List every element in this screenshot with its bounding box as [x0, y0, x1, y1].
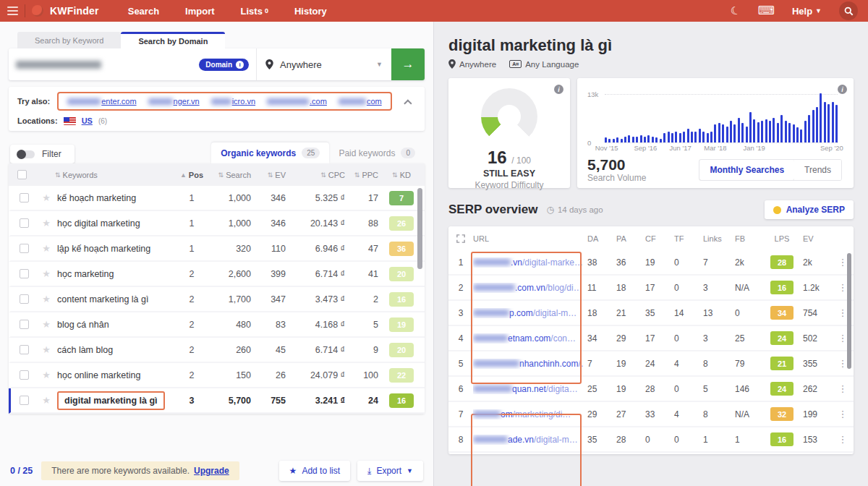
brand-name[interactable]: KWFinder [50, 5, 99, 17]
row-checkbox[interactable] [20, 396, 29, 405]
keyboard-shortcuts-icon[interactable]: ⌨ [758, 5, 775, 17]
kd-badge[interactable]: 26 [389, 216, 414, 231]
col-tf[interactable]: TF [670, 234, 699, 243]
info-icon[interactable]: i [838, 85, 847, 94]
keyword-row[interactable]: ★digital marketing là gì35,7007553.241 ₫… [9, 388, 425, 414]
lps-badge[interactable]: 34 [770, 306, 793, 320]
keyword-row[interactable]: ★blog cá nhân2480834.168 ₫519 [9, 312, 425, 338]
keyword-row[interactable]: ★kế hoạch marketing11,0003465.325 ₫177 [9, 186, 425, 211]
lps-badge[interactable]: 24 [770, 382, 793, 396]
url-cell[interactable]: p.com/digital-m… [473, 308, 583, 318]
col-url[interactable]: URL [473, 234, 583, 243]
url-cell[interactable]: om/marketing/di… [473, 409, 583, 419]
kwfinder-logo-icon[interactable] [32, 5, 43, 17]
lps-badge[interactable]: 24 [770, 331, 793, 345]
lps-badge[interactable]: 16 [770, 432, 793, 446]
favorite-star-icon[interactable]: ★ [42, 319, 51, 330]
trends-tab[interactable]: Trends [794, 160, 841, 180]
favorite-star-icon[interactable]: ★ [42, 268, 51, 279]
try-also-link[interactable]: com [339, 97, 382, 106]
kd-badge[interactable]: 20 [389, 267, 414, 281]
favorite-star-icon[interactable]: ★ [42, 294, 51, 304]
help-menu[interactable]: Help▼ [792, 6, 822, 17]
keyword-cell[interactable]: học digital marketing [56, 218, 177, 229]
lps-badge[interactable]: 16 [770, 281, 793, 294]
row-checkbox[interactable] [20, 370, 29, 380]
row-menu-icon[interactable]: ⋮ [833, 409, 852, 419]
keyword-cell[interactable]: học marketing [56, 269, 177, 279]
keyword-row[interactable]: ★học marketing22,6003996.714 ₫4120 [9, 262, 425, 287]
row-checkbox[interactable] [20, 193, 29, 202]
find-keywords-button[interactable]: → [391, 48, 425, 80]
filter-toggle-button[interactable]: Filter [10, 145, 75, 163]
monthly-searches-tab[interactable]: Monthly Searches [699, 160, 794, 180]
serp-row[interactable]: 3p.com/digital-m…1821351413034754⋮ [448, 301, 854, 326]
kd-badge[interactable]: 20 [389, 343, 414, 357]
keyword-cell[interactable]: lập kế hoạch marketing [56, 244, 177, 254]
add-to-list-button[interactable]: ★Add to list [279, 461, 350, 481]
kd-badge[interactable]: 22 [389, 368, 414, 383]
keywords-scrollbar[interactable] [417, 188, 422, 269]
col-pa[interactable]: PA [612, 234, 641, 243]
col-da[interactable]: DA [583, 234, 612, 243]
col-lps[interactable]: LPS [764, 234, 800, 243]
tab-organic-keywords[interactable]: Organic keywords25 [211, 142, 329, 163]
favorite-star-icon[interactable]: ★ [42, 344, 51, 355]
domain-input[interactable]: Domaini [9, 48, 257, 80]
nav-item-history[interactable]: History [281, 0, 340, 22]
col-links[interactable]: Links [699, 234, 732, 243]
nav-item-import[interactable]: Import [172, 0, 227, 22]
serp-row[interactable]: 8ade.vn/digital-m…3528001116153⋮ [448, 427, 854, 453]
locations-country-link[interactable]: US [82, 116, 93, 125]
url-cell[interactable]: ade.vn/digital-m… [473, 435, 583, 445]
keyword-row[interactable]: ★học online marketing21502624.079 ₫10022 [9, 363, 425, 388]
serp-row[interactable]: 1.vn/digital-marke…383619072k282k⋮ [448, 250, 854, 276]
col-cf[interactable]: CF [641, 234, 670, 243]
favorite-star-icon[interactable]: ★ [42, 218, 51, 229]
expand-icon[interactable] [448, 234, 473, 243]
keyword-cell[interactable]: content marketing là gì [56, 294, 177, 304]
row-menu-icon[interactable]: ⋮ [833, 383, 852, 394]
serp-row[interactable]: 7om/marketing/di…29273348N/A32199⋮ [448, 402, 854, 427]
kd-badge[interactable]: 7 [389, 191, 414, 205]
col-kd[interactable]: ⇅KD [378, 171, 425, 179]
row-menu-icon[interactable]: ⋮ [833, 434, 852, 445]
favorite-star-icon[interactable]: ★ [42, 395, 51, 406]
col-pos[interactable]: ▲Pos [177, 171, 206, 179]
kd-badge[interactable]: 16 [389, 393, 414, 408]
lps-badge[interactable]: 28 [770, 255, 793, 269]
row-checkbox[interactable] [20, 294, 29, 304]
domain-type-badge[interactable]: Domaini [199, 59, 249, 71]
try-also-link[interactable]: icro.vn [211, 97, 255, 106]
col-search[interactable]: ⇅Search [206, 171, 251, 179]
kd-badge[interactable]: 19 [389, 317, 414, 332]
info-icon[interactable]: i [554, 85, 563, 94]
keyword-cell[interactable]: cách làm blog [56, 345, 177, 355]
col-ev[interactable]: EV [800, 234, 833, 243]
location-select[interactable]: Anywhere ▼ [257, 48, 391, 80]
url-cell[interactable]: .com.vn/blog/di… [473, 283, 583, 293]
favorite-star-icon[interactable]: ★ [42, 370, 51, 380]
keyword-row[interactable]: ★content marketing là gì21,7003473.473 ₫… [9, 287, 425, 312]
keyword-cell[interactable]: học online marketing [56, 370, 177, 380]
tab-search-by-domain[interactable]: Search by Domain [121, 32, 225, 48]
select-all-checkbox[interactable] [17, 170, 27, 179]
col-cpc[interactable]: ⇅CPC [286, 171, 345, 179]
row-checkbox[interactable] [20, 218, 29, 228]
col-ppc[interactable]: ⇅PPC [345, 171, 378, 179]
row-checkbox[interactable] [20, 320, 29, 329]
try-also-link[interactable]: enter.com [67, 97, 136, 106]
keyword-row[interactable]: ★cách làm blog2260456.714 ₫920 [9, 338, 425, 363]
serp-row[interactable]: 6quan.net/digita…2519280514624262⋮ [448, 377, 854, 402]
col-keywords[interactable]: ⇅Keywords [54, 171, 177, 179]
tab-search-by-keyword[interactable]: Search by Keyword [17, 32, 121, 48]
url-cell[interactable]: etnam.com/con… [473, 333, 583, 344]
row-checkbox[interactable] [20, 269, 29, 278]
analyze-serp-button[interactable]: Analyze SERP [765, 200, 854, 219]
col-ev[interactable]: ⇅EV [251, 171, 286, 179]
tab-paid-keywords[interactable]: Paid keywords0 [329, 142, 425, 163]
serp-row[interactable]: 4etnam.com/con…342917032524502⋮ [448, 326, 854, 351]
favorite-star-icon[interactable]: ★ [42, 243, 51, 254]
keyword-cell[interactable]: digital marketing là gì [56, 391, 177, 410]
nav-item-search[interactable]: Search [115, 0, 172, 22]
